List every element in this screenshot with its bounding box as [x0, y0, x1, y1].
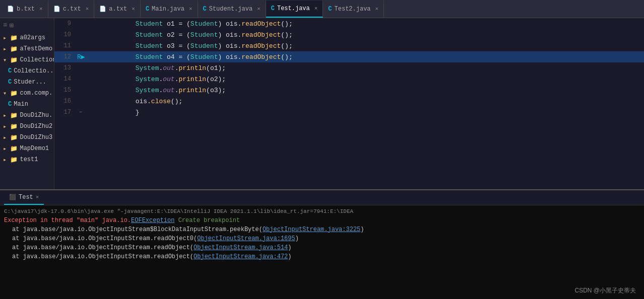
stack-link-4[interactable]: ObjectInputStream.java:472 — [194, 253, 288, 260]
sidebar-item-doudizhu3[interactable]: ▸ 📁 DouDiZhu3 — [0, 132, 54, 143]
folder-icon: ▸ 📁 — [3, 134, 18, 141]
sidebar-item-mapdemo1[interactable]: ▸ 📁 MapDemo1 — [0, 143, 54, 154]
txt-icon: 📄 — [7, 6, 14, 12]
java-icon: C — [8, 79, 12, 86]
tab-main-java[interactable]: C Main.java × — [141, 1, 198, 18]
sidebar-expand-icon[interactable]: ⊞ — [9, 21, 13, 30]
tab-close-btn[interactable]: × — [39, 6, 43, 12]
txt-icon: 📄 — [53, 6, 60, 12]
sidebar-item-a02args[interactable]: ▸ 📁 a02args — [0, 32, 54, 43]
java-icon: C — [8, 67, 12, 74]
panel-tab-close[interactable]: × — [36, 194, 39, 200]
folder-icon: ▾ 📁 — [3, 56, 18, 64]
sidebar-item-main-java[interactable]: C Main — [0, 99, 54, 110]
java-icon: C — [203, 6, 207, 13]
panel-content: C:\java17\jdk-17.0.6\bin\java.exe "-java… — [0, 205, 644, 299]
tab-close-btn[interactable]: × — [86, 6, 89, 12]
sidebar-item-doudizhu2[interactable]: ▸ 📁 DouDiZhu2 — [0, 121, 54, 132]
code-lines: 9 Student o1 = (Student) ois.readObject(… — [54, 18, 644, 118]
stack-line-4: at java.base/java.io.ObjectInputStream.r… — [4, 252, 640, 261]
stack-link-2[interactable]: ObjectInputStream.java:1695 — [197, 235, 295, 242]
console-error-line: Exception in thread "main" java.io.EOFEx… — [4, 216, 640, 225]
folder-icon: ▾ 📁 — [3, 90, 18, 97]
watermark: CSDN @小黑子史蒂夫 — [574, 286, 636, 295]
sidebar-item-doudizhu[interactable]: ▸ 📁 DouDiZhu... — [0, 110, 54, 121]
tab-test2-java[interactable]: C Test2.java × — [323, 1, 384, 18]
stack-line-1: at java.base/java.io.ObjectInputStream$B… — [4, 225, 640, 234]
sidebar: ≡ ⊞ ▸ 📁 a02args ▸ 📁 aTestDemo ▾ 📁 Collec… — [0, 18, 54, 189]
sidebar-item-collection-java[interactable]: C Collectio... — [0, 65, 54, 77]
tab-a-txt[interactable]: 📄 a.txt × — [94, 1, 141, 18]
stack-line-2: at java.base/java.io.ObjectInputStream.r… — [4, 234, 640, 243]
tab-close-btn[interactable]: × — [132, 6, 135, 12]
tab-c-txt[interactable]: 📄 c.txt × — [48, 1, 95, 18]
editor-area: ≡ ⊞ ▸ 📁 a02args ▸ 📁 aTestDemo ▾ 📁 Collec… — [0, 18, 644, 189]
panel-tab-bar: ⬛ Test × — [0, 190, 644, 205]
java-icon: C — [8, 101, 12, 108]
console-icon: ⬛ — [9, 194, 16, 200]
folder-icon: ▸ 📁 — [3, 34, 18, 42]
console-cmd-line: C:\java17\jdk-17.0.6\bin\java.exe "-java… — [4, 207, 640, 216]
tab-bar: 📄 b.txt × 📄 c.txt × 📄 a.txt × C Main.jav… — [0, 0, 644, 18]
sidebar-item-collection[interactable]: ▾ 📁 Collection — [0, 54, 54, 65]
main-area: ≡ ⊞ ▸ 📁 a02args ▸ 📁 aTestDemo ▾ 📁 Collec… — [0, 18, 644, 299]
bottom-panel: ⬛ Test × C:\java17\jdk-17.0.6\bin\java.e… — [0, 189, 644, 299]
folder-icon: ▸ 📁 — [3, 145, 18, 153]
create-breakpoint-link: Create breakpoint — [178, 217, 240, 224]
code-editor[interactable]: 9 Student o1 = (Student) ois.readObject(… — [54, 18, 644, 189]
sidebar-item-student-java[interactable]: C Studer... — [0, 77, 54, 88]
stack-line-3: at java.base/java.io.ObjectInputStream.r… — [4, 243, 640, 252]
sidebar-item-atestdemo[interactable]: ▸ 📁 aTestDemo — [0, 43, 54, 54]
tab-close-btn[interactable]: × — [257, 6, 261, 12]
code-line-17: 17 − } — [54, 107, 644, 118]
folder-icon: ▸ 📁 — [3, 45, 18, 53]
stack-link-3[interactable]: ObjectInputStream.java:514 — [194, 244, 288, 251]
tab-close-btn[interactable]: × — [314, 6, 318, 12]
tab-student-java[interactable]: C Student.java × — [198, 1, 266, 18]
tab-test-java[interactable]: C Test.java × — [266, 1, 324, 18]
folder-icon: ▸ 📁 — [3, 112, 18, 119]
tab-b-txt[interactable]: 📄 b.txt × — [2, 1, 48, 18]
sidebar-header: ≡ ⊞ — [0, 18, 54, 32]
java-icon: C — [328, 6, 332, 13]
eof-exception-link[interactable]: EOFException — [131, 217, 174, 224]
java-icon: C — [271, 5, 275, 12]
folder-icon: ▸ 📁 — [3, 156, 18, 164]
fold-icon[interactable]: − — [79, 110, 82, 115]
sidebar-item-test1[interactable]: ▸ 📁 test1 — [0, 154, 54, 165]
panel-tab-test[interactable]: ⬛ Test × — [4, 191, 44, 205]
tab-close-btn[interactable]: × — [189, 6, 192, 12]
tab-close-btn[interactable]: × — [375, 6, 379, 12]
sidebar-item-com-comp[interactable]: ▾ 📁 com.comp... — [0, 88, 54, 99]
txt-icon: 📄 — [99, 6, 106, 12]
java-icon: C — [146, 6, 149, 13]
stack-link-1[interactable]: ObjectInputStream.java:3225 — [263, 226, 360, 233]
code-line-16: 16 ois.close(); — [54, 96, 644, 107]
sidebar-collapse-icon[interactable]: ≡ — [3, 21, 7, 29]
folder-icon: ▸ 📁 — [3, 123, 18, 130]
